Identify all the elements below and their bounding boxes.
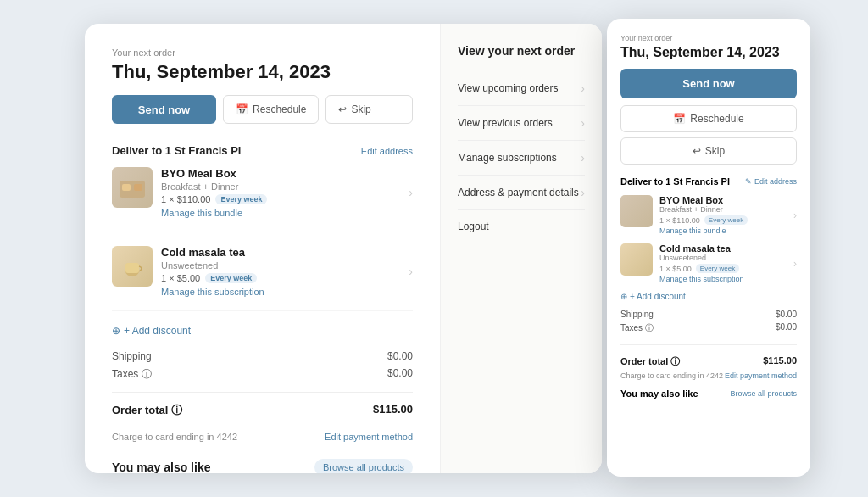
- mobile-taxes-label: Taxes ⓘ: [620, 322, 654, 334]
- svg-rect-1: [122, 184, 131, 191]
- mobile-product-image-tea: [620, 243, 653, 276]
- mobile-order-total-label: Order total ⓘ: [620, 355, 680, 368]
- mobile-skip-icon: ↩: [693, 145, 701, 157]
- mobile-order-label: Your next order: [620, 34, 797, 42]
- mobile-chevron-tea: ›: [793, 258, 797, 270]
- svg-rect-2: [134, 184, 142, 191]
- product-item-tea: Cold masala tea Unsweetened 1 × $5.00 Ev…: [112, 246, 413, 311]
- nav-address-label: Address & payment details: [458, 187, 579, 198]
- order-totals: Shipping $0.00 Taxes ⓘ $0.00 Order total…: [112, 350, 413, 418]
- add-discount-button[interactable]: ⊕ + Add discount: [112, 325, 413, 337]
- nav-address-payment[interactable]: Address & payment details ›: [458, 176, 585, 210]
- product-image-byo: [112, 167, 153, 208]
- product-info-byo: BYO Meal Box Breakfast + Dinner 1 × $110…: [161, 167, 400, 218]
- shipping-row: Shipping $0.00: [112, 350, 413, 362]
- mobile-calendar-icon: 📅: [673, 113, 686, 125]
- mobile-edit-payment[interactable]: Edit payment method: [725, 371, 797, 380]
- mobile-send-now-button[interactable]: Send now: [620, 69, 797, 98]
- nav-logout[interactable]: Logout: [458, 210, 585, 243]
- mobile-order-total-value: $115.00: [763, 355, 797, 368]
- mobile-you-like-title: You may also like: [620, 388, 698, 399]
- skip-icon: ↩: [338, 103, 347, 115]
- calendar-icon: 📅: [236, 103, 248, 115]
- payment-row: Charge to card ending in 4242 Edit payme…: [112, 432, 413, 442]
- mobile-price-row-tea: 1 × $5.00 Every week: [659, 264, 787, 273]
- product-name-tea: Cold masala tea: [161, 246, 400, 259]
- mobile-chevron-byo: ›: [793, 209, 797, 221]
- mobile-edit-address[interactable]: ✎ Edit address: [745, 177, 797, 186]
- nav-upcoming-chevron: ›: [581, 81, 585, 95]
- nav-upcoming-label: View upcoming orders: [458, 82, 559, 94]
- product-name-byo: BYO Meal Box: [161, 167, 400, 180]
- product-price-row-byo: 1 × $110.00 Every week: [161, 194, 400, 204]
- action-buttons: Send now 📅 Reschedule ↩ Skip: [112, 95, 413, 124]
- product-badge-byo: Every week: [215, 194, 267, 204]
- sidebar-header: View your next order: [458, 44, 585, 58]
- nav-upcoming-orders[interactable]: View upcoming orders ›: [458, 71, 585, 106]
- edit-address-link[interactable]: Edit address: [361, 146, 413, 156]
- mobile-product-info-tea: Cold masala tea Unsweetened 1 × $5.00 Ev…: [659, 243, 787, 283]
- product-price-row-tea: 1 × $5.00 Every week: [161, 273, 400, 283]
- mobile-badge-tea: Every week: [696, 264, 739, 273]
- skip-button[interactable]: ↩ Skip: [326, 95, 413, 124]
- nav-previous-chevron: ›: [581, 116, 585, 130]
- mobile-skip-button[interactable]: ↩ Skip: [620, 137, 797, 165]
- mobile-shipping-value: $0.00: [776, 310, 797, 319]
- deliver-section-header: Deliver to 1 St Francis Pl Edit address: [112, 144, 413, 157]
- main-card: Your next order Thu, September 14, 2023 …: [85, 24, 602, 473]
- right-panel: View your next order View upcoming order…: [441, 24, 602, 473]
- mobile-shipping-label: Shipping: [620, 310, 654, 319]
- mobile-browse-all[interactable]: Browse all products: [730, 389, 797, 398]
- mobile-payment-label: Charge to card ending in 4242: [620, 371, 723, 380]
- mobile-price-row-byo: 1 × $110.00 Every week: [659, 215, 787, 225]
- mobile-payment-row: Charge to card ending in 4242 Edit payme…: [620, 371, 797, 380]
- manage-subscription-link[interactable]: Manage this subscription: [161, 287, 400, 297]
- mobile-deliver-title: Deliver to 1 St Francis Pl: [620, 176, 730, 187]
- mobile-taxes-row: Taxes ⓘ $0.00: [620, 322, 797, 334]
- mobile-manage-tea[interactable]: Manage this subscription: [659, 275, 787, 283]
- mobile-product-name-byo: BYO Meal Box: [659, 195, 787, 205]
- shipping-label: Shipping: [112, 350, 152, 362]
- plus-circle-icon: ⊕: [112, 325, 120, 337]
- mobile-product-info-byo: BYO Meal Box Breakfast + Dinner 1 × $110…: [659, 195, 787, 235]
- mobile-shipping-row: Shipping $0.00: [620, 310, 797, 319]
- reschedule-button[interactable]: 📅 Reschedule: [223, 95, 319, 124]
- product-price-byo: 1 × $110.00: [161, 194, 210, 204]
- left-panel: Your next order Thu, September 14, 2023 …: [85, 24, 441, 473]
- nav-manage-subscriptions[interactable]: Manage subscriptions ›: [458, 141, 585, 176]
- mobile-price-tea: 1 × $5.00: [659, 265, 692, 273]
- mobile-product-sub-byo: Breakfast + Dinner: [659, 205, 787, 214]
- product-chevron-byo: ›: [409, 186, 413, 199]
- send-now-button[interactable]: Send now: [112, 95, 216, 124]
- edit-payment-link[interactable]: Edit payment method: [325, 432, 413, 442]
- mobile-card: Your next order Thu, September 14, 2023 …: [607, 19, 810, 477]
- mobile-product-sub-tea: Unsweetened: [659, 254, 787, 262]
- mobile-reschedule-button[interactable]: 📅 Reschedule: [620, 105, 797, 132]
- manage-bundle-link[interactable]: Manage this bundle: [161, 208, 400, 218]
- you-may-like-header: You may also like Browse all products: [112, 459, 413, 473]
- order-total-value: $115.00: [373, 403, 413, 418]
- browse-all-link[interactable]: Browse all products: [314, 459, 413, 473]
- mobile-plus-icon: ⊕: [620, 292, 627, 301]
- product-subtitle-tea: Unsweetened: [161, 260, 400, 271]
- mobile-product-byo: BYO Meal Box Breakfast + Dinner 1 × $110…: [620, 195, 797, 235]
- taxes-row: Taxes ⓘ $0.00: [112, 367, 413, 382]
- nav-previous-label: View previous orders: [458, 117, 553, 129]
- mobile-product-name-tea: Cold masala tea: [659, 243, 787, 254]
- mobile-manage-byo[interactable]: Manage this bundle: [659, 226, 787, 235]
- product-chevron-tea: ›: [409, 265, 413, 278]
- taxes-label: Taxes ⓘ: [112, 367, 152, 382]
- svg-rect-4: [125, 263, 139, 273]
- mobile-product-image-byo: [620, 195, 653, 227]
- deliver-title: Deliver to 1 St Francis Pl: [112, 144, 241, 157]
- nav-previous-orders[interactable]: View previous orders ›: [458, 106, 585, 141]
- mobile-you-may-like-header: You may also like Browse all products: [620, 388, 797, 399]
- you-may-like-section: You may also like Browse all products Cr…: [112, 459, 413, 473]
- taxes-value: $0.00: [387, 367, 413, 382]
- shipping-value: $0.00: [387, 350, 413, 362]
- product-item-byo: BYO Meal Box Breakfast + Dinner 1 × $110…: [112, 167, 413, 232]
- mobile-product-tea: Cold masala tea Unsweetened 1 × $5.00 Ev…: [620, 243, 797, 283]
- nav-manage-chevron: ›: [581, 151, 585, 165]
- order-total-row: Order total ⓘ $115.00: [112, 403, 413, 418]
- mobile-add-discount[interactable]: ⊕ + Add discount: [620, 292, 797, 301]
